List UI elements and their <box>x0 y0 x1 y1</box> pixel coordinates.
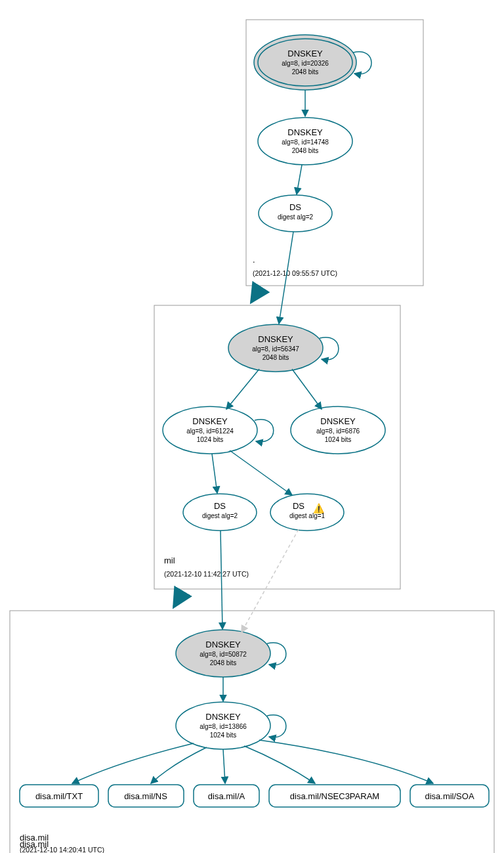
zone-label-mil: mil <box>164 556 175 565</box>
edge-zone-mil-disa <box>174 592 182 607</box>
edge-root-zsk-ds <box>297 165 302 194</box>
node-mil-ksk: DNSKEY alg=8, id=56347 2048 bits <box>228 324 323 372</box>
edge-mil-zsk1-ds1 <box>230 450 292 495</box>
svg-text:alg=8, id=56347: alg=8, id=56347 <box>252 345 299 353</box>
node-mil-ds1: DS ⚠️ digest alg=1 <box>270 494 344 531</box>
svg-text:alg=8, id=61224: alg=8, id=61224 <box>186 427 234 435</box>
edge-zsk-nsec3 <box>244 746 315 783</box>
svg-text:alg=8, id=14748: alg=8, id=14748 <box>282 139 329 146</box>
svg-text:DS: DS <box>289 202 301 212</box>
svg-text:DNSKEY: DNSKEY <box>287 127 323 137</box>
edge-mil-ksk-zsk1 <box>226 369 259 409</box>
svg-text:1024 bits: 1024 bits <box>325 436 352 443</box>
node-root-ds: DS digest alg=2 <box>259 195 332 232</box>
svg-text:digest alg=2: digest alg=2 <box>278 213 314 221</box>
svg-text:disa.mil/NS: disa.mil/NS <box>124 791 167 801</box>
svg-text:DNSKEY: DNSKEY <box>320 416 356 426</box>
svg-text:alg=8, id=20326: alg=8, id=20326 <box>282 60 329 67</box>
zone-label-root: . <box>253 255 255 265</box>
node-root-zsk: DNSKEY alg=8, id=14748 2048 bits <box>258 118 352 165</box>
zone-ts-disa2: (2021-12-10 14:20:41 UTC) <box>20 846 104 853</box>
node-root-ksk: DNSKEY alg=8, id=20326 2048 bits <box>254 35 356 90</box>
svg-text:disa.mil/A: disa.mil/A <box>208 791 245 801</box>
node-mil-zsk1: DNSKEY alg=8, id=61224 1024 bits <box>163 406 257 454</box>
edge-mil-zsk1-ds2 <box>212 454 217 493</box>
node-mil-zsk2: DNSKEY alg=8, id=6876 1024 bits <box>291 406 385 454</box>
svg-text:alg=8, id=50872: alg=8, id=50872 <box>200 651 247 658</box>
svg-text:DNSKEY: DNSKEY <box>205 640 241 649</box>
svg-text:digest alg=2: digest alg=2 <box>202 512 238 519</box>
zone-label-disa2: disa.mil <box>20 833 49 842</box>
dnssec-chain-diagram: . (2021-12-10 09:55:57 UTC) DNSKEY alg=8… <box>0 0 504 853</box>
edge-zsk-soa <box>259 740 433 783</box>
node-disa-zsk: DNSKEY alg=8, id=13866 1024 bits <box>176 702 270 749</box>
svg-text:DS: DS <box>214 501 226 511</box>
zone-ts-root: (2021-12-10 09:55:57 UTC) <box>253 269 337 277</box>
svg-text:DNSKEY: DNSKEY <box>205 712 241 722</box>
svg-text:disa.mil/SOA: disa.mil/SOA <box>425 791 474 801</box>
edge-zone-root-mil <box>251 288 261 302</box>
svg-text:2048 bits: 2048 bits <box>262 354 289 361</box>
svg-text:2048 bits: 2048 bits <box>292 147 319 154</box>
svg-text:alg=8, id=6876: alg=8, id=6876 <box>316 427 360 435</box>
svg-text:DNSKEY: DNSKEY <box>287 49 323 58</box>
svg-text:DNSKEY: DNSKEY <box>192 416 228 426</box>
svg-text:2048 bits: 2048 bits <box>210 659 237 667</box>
edge-root-ds-mil-ksk <box>279 232 293 324</box>
edge-mil-ds1-disa-ksk <box>242 529 299 632</box>
node-mil-ds2: DS digest alg=2 <box>183 494 257 531</box>
svg-text:1024 bits: 1024 bits <box>197 436 224 443</box>
edge-mil-ds2-disa-ksk <box>220 531 222 629</box>
svg-text:1024 bits: 1024 bits <box>210 732 237 739</box>
svg-text:alg=8, id=13866: alg=8, id=13866 <box>200 723 247 730</box>
svg-text:DNSKEY: DNSKEY <box>258 334 293 344</box>
svg-text:disa.mil/TXT: disa.mil/TXT <box>35 791 83 801</box>
rr-row: disa.mil/TXT disa.mil/NS disa.mil/A disa… <box>20 785 489 807</box>
edge-zsk-txt <box>72 743 194 783</box>
svg-text:digest alg=1: digest alg=1 <box>289 512 326 519</box>
svg-text:disa.mil/NSEC3PARAM: disa.mil/NSEC3PARAM <box>290 791 379 801</box>
node-disa-ksk: DNSKEY alg=8, id=50872 2048 bits <box>176 630 270 677</box>
svg-text:DS: DS <box>293 501 304 511</box>
zone-ts-mil: (2021-12-10 11:42:27 UTC) <box>164 570 249 578</box>
edge-zsk-a <box>223 749 225 783</box>
svg-text:2048 bits: 2048 bits <box>292 68 319 76</box>
edge-mil-ksk-zsk2 <box>292 369 322 409</box>
